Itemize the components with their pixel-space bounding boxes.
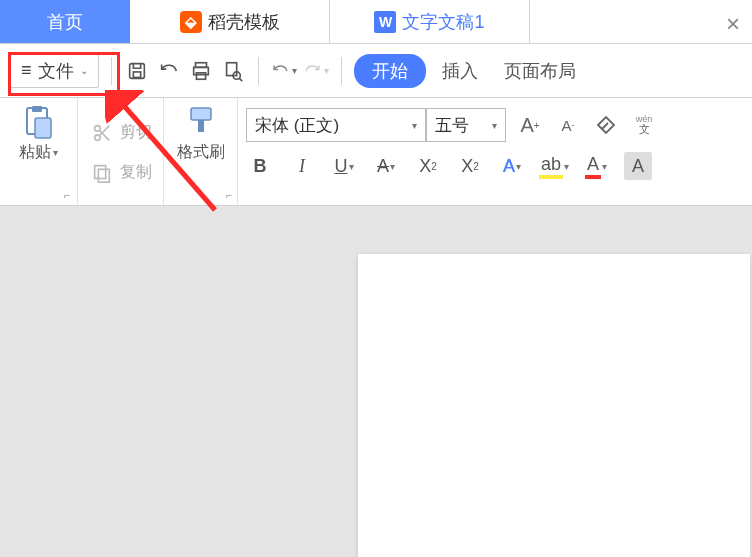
font-color-button[interactable]: A▾ [582, 152, 610, 180]
cut-button[interactable]: 剪切 [90, 115, 152, 151]
svg-rect-4 [196, 72, 205, 78]
qat-redo-button[interactable]: ▾ [303, 58, 329, 84]
svg-rect-9 [35, 118, 51, 138]
font-name-select[interactable]: 宋体 (正文) ▾ [246, 108, 426, 142]
font-misc-tools: A+ A- wén 文 [516, 108, 658, 142]
ribbon-group-format-painter: 格式刷 ⌐ [164, 98, 238, 205]
qat-undo-button[interactable]: ▾ [271, 58, 297, 84]
svg-rect-1 [133, 71, 140, 77]
format-painter-label: 格式刷 [177, 142, 225, 163]
scissors-icon [90, 121, 114, 145]
format-painter-icon [181, 104, 221, 140]
svg-rect-12 [94, 165, 105, 178]
document-page[interactable] [358, 254, 750, 557]
tab-home[interactable]: 首页 [0, 0, 130, 43]
tab-document-label: 文字文稿1 [402, 10, 484, 34]
highlight-button[interactable]: ab▾ [540, 152, 568, 180]
save-button[interactable] [124, 58, 150, 84]
text-effects-button[interactable]: A▾ [498, 152, 526, 180]
bold-button[interactable]: B [246, 152, 274, 180]
svg-rect-14 [191, 108, 211, 120]
separator [111, 57, 112, 85]
font-top-row: 宋体 (正文) ▾ 五号 ▾ A+ A- wén 文 [246, 108, 658, 142]
toolbar: ≡ 文件 ⌄ ▾ ▾ 开始 插入 页面布局 [0, 44, 752, 98]
character-shading-button[interactable]: A [624, 152, 652, 180]
print-button[interactable] [188, 58, 214, 84]
clipboard-dialog-launcher[interactable]: ⌐ [64, 189, 70, 201]
tab-close-button[interactable]: × [726, 10, 740, 38]
wps-writer-icon: W [374, 11, 396, 33]
ribbon-tab-start[interactable]: 开始 [354, 54, 426, 88]
tab-docer[interactable]: ⬙ 稻壳模板 [130, 0, 330, 43]
tab-bar: 首页 ⬙ 稻壳模板 W 文字文稿1 × [0, 0, 752, 44]
italic-button[interactable]: I [288, 152, 316, 180]
ribbon: 粘贴▾ ⌐ 剪切 复制 格式刷 ⌐ 宋体 [0, 98, 752, 206]
copy-label: 复制 [120, 162, 152, 183]
document-area [0, 206, 752, 557]
subscript-button[interactable]: X2 [456, 152, 484, 180]
docer-icon: ⬙ [180, 11, 202, 33]
ribbon-group-clipboard: 粘贴▾ ⌐ [0, 98, 78, 205]
font-bottom-row: B I U▾ A▾ X2 X2 A▾ ab▾ A▾ [246, 152, 652, 180]
chevron-down-icon: ▾ [412, 120, 417, 131]
ribbon-group-cut-copy: 剪切 复制 [78, 98, 164, 205]
ribbon-tab-insert[interactable]: 插入 [432, 55, 488, 87]
svg-rect-15 [198, 120, 204, 132]
paste-label: 粘贴 [19, 142, 51, 163]
superscript-button[interactable]: X2 [414, 152, 442, 180]
chevron-down-icon: ⌄ [80, 65, 88, 76]
strikethrough-button[interactable]: A▾ [372, 152, 400, 180]
separator [258, 57, 259, 85]
paste-button[interactable]: 粘贴▾ [19, 104, 59, 163]
font-size-select[interactable]: 五号 ▾ [426, 108, 506, 142]
undo-button[interactable] [156, 58, 182, 84]
ribbon-tab-page-layout-label: 页面布局 [504, 61, 576, 81]
ribbon-tab-page-layout[interactable]: 页面布局 [494, 55, 586, 87]
clear-format-button[interactable] [592, 111, 620, 139]
svg-rect-8 [32, 106, 42, 112]
format-dialog-launcher[interactable]: ⌐ [226, 189, 232, 201]
print-preview-button[interactable] [220, 58, 246, 84]
clipboard-icon [19, 104, 59, 140]
tab-docer-label: 稻壳模板 [208, 10, 280, 34]
font-size-value: 五号 [435, 114, 469, 137]
file-menu-label: 文件 [38, 59, 74, 83]
ribbon-tab-start-label: 开始 [372, 61, 408, 81]
pinyin-button[interactable]: wén 文 [630, 111, 658, 139]
svg-rect-5 [226, 62, 236, 75]
format-painter-button[interactable]: 格式刷 [177, 104, 225, 163]
ribbon-tab-insert-label: 插入 [442, 61, 478, 81]
tab-home-label: 首页 [47, 10, 83, 34]
shrink-font-button[interactable]: A- [554, 111, 582, 139]
chevron-down-icon: ▾ [492, 120, 497, 131]
separator [341, 57, 342, 85]
underline-button[interactable]: U▾ [330, 152, 358, 180]
svg-rect-0 [129, 63, 144, 78]
font-name-value: 宋体 (正文) [255, 114, 339, 137]
grow-font-button[interactable]: A+ [516, 111, 544, 139]
file-menu-button[interactable]: ≡ 文件 ⌄ [10, 54, 99, 88]
ribbon-group-font: 宋体 (正文) ▾ 五号 ▾ A+ A- wén 文 B I [238, 98, 752, 205]
copy-icon [90, 161, 114, 185]
svg-rect-13 [98, 169, 109, 182]
cut-label: 剪切 [120, 122, 152, 143]
tab-document[interactable]: W 文字文稿1 [330, 0, 530, 43]
hamburger-icon: ≡ [21, 60, 32, 81]
copy-button[interactable]: 复制 [90, 155, 152, 191]
